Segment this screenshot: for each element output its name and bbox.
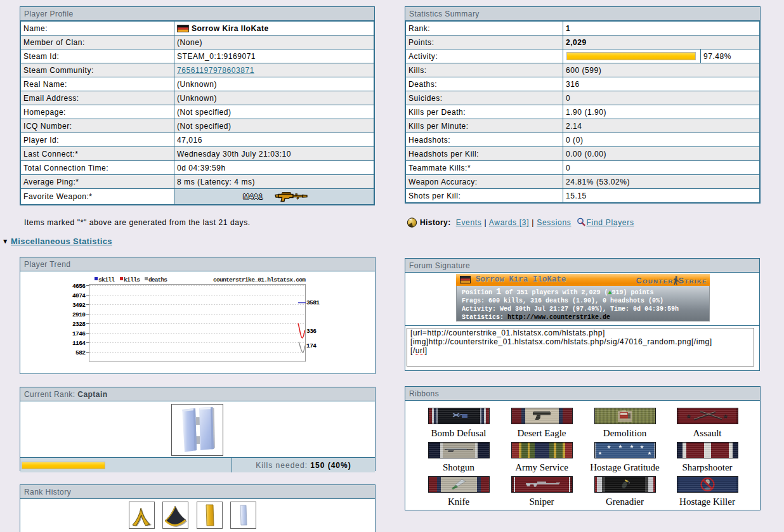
svg-text:2910: 2910 [72, 311, 86, 318]
svg-text:skill: skill [98, 276, 115, 283]
svg-text:4656: 4656 [72, 283, 86, 290]
svg-text:1746: 1746 [72, 330, 86, 337]
svg-text:counterstrike_01.hlstatsx.com: counterstrike_01.hlstatsx.com [213, 276, 306, 283]
svg-text:3492: 3492 [72, 302, 86, 309]
svg-text:3581: 3581 [306, 299, 320, 306]
svg-text:kills: kills [124, 276, 140, 283]
svg-text:582: 582 [75, 349, 86, 356]
svg-text:336: 336 [306, 328, 317, 335]
svg-text:4074: 4074 [72, 292, 86, 299]
svg-text:deaths: deaths [148, 276, 167, 283]
svg-text:1164: 1164 [72, 340, 86, 347]
svg-text:174: 174 [306, 342, 317, 349]
svg-text:2328: 2328 [72, 321, 86, 328]
